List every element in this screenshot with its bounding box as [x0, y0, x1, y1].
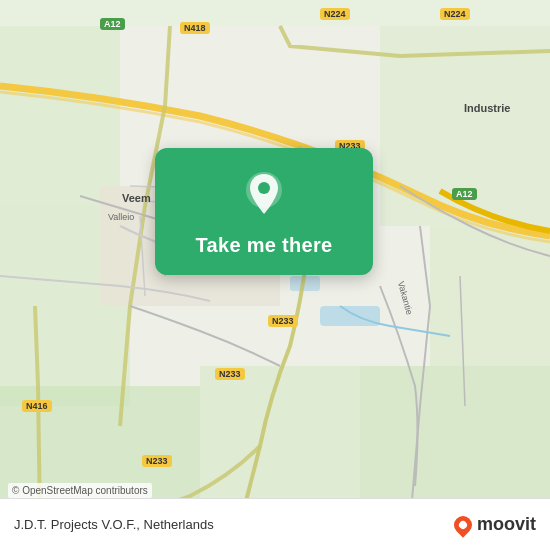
road-badge-n233-low2: N233: [215, 368, 245, 380]
map-attribution: © OpenStreetMap contributors: [8, 483, 152, 498]
road-badge-a12-right: A12: [452, 188, 477, 200]
country-name: Netherlands: [144, 517, 214, 532]
place-label-veem: Veem: [122, 192, 151, 204]
svg-rect-7: [430, 226, 550, 366]
bottom-bar: J.D.T. Projects V.O.F., Netherlands moov…: [0, 498, 550, 550]
location-pin-icon: [238, 168, 290, 220]
svg-rect-9: [320, 306, 380, 326]
map-container: A12 N418 N224 N224 N233 N233 N233 A12 N4…: [0, 0, 550, 550]
road-badge-n224-top: N224: [320, 8, 350, 20]
svg-rect-1: [0, 26, 120, 206]
moovit-dot-icon: [450, 512, 475, 537]
location-info: J.D.T. Projects V.O.F., Netherlands: [14, 517, 214, 532]
road-badge-n233-bottom: N233: [142, 455, 172, 467]
place-label-valleo: Valleio: [108, 212, 134, 222]
road-badge-n416: N416: [22, 400, 52, 412]
map-svg: [0, 0, 550, 550]
road-badge-a12-top: A12: [100, 18, 125, 30]
road-badge-n233-low: N233: [268, 315, 298, 327]
moovit-text: moovit: [477, 514, 536, 535]
svg-point-19: [258, 182, 270, 194]
moovit-logo: moovit: [454, 514, 536, 535]
location-name: J.D.T. Projects V.O.F.,: [14, 517, 140, 532]
take-me-there-button[interactable]: Take me there: [196, 234, 333, 257]
place-label-industrie: Industrie: [464, 102, 510, 114]
road-badge-n224-right: N224: [440, 8, 470, 20]
road-badge-n418: N418: [180, 22, 210, 34]
action-card: Take me there: [155, 148, 373, 275]
